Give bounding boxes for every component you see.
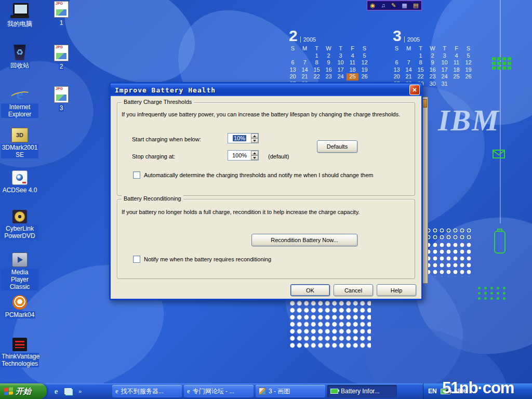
task-button-server-not-found[interactable]: e 找不到服务器... <box>112 385 182 397</box>
notify-reconditioning-label: Notify me when the battery requires reco… <box>144 256 271 262</box>
spin-up-button[interactable] <box>251 134 258 138</box>
desktop-icon-jpg-2[interactable]: JPG 2 <box>43 45 80 70</box>
wallpaper-line <box>500 0 501 223</box>
calendar-day: 1 <box>415 52 427 60</box>
ie-page-icon: e <box>187 387 190 395</box>
auto-determine-label: Automatically determine the charging thr… <box>144 172 373 178</box>
spin-up-button[interactable] <box>251 151 258 155</box>
calendar-empty-cell <box>462 81 474 88</box>
jpg-file-icon: JPG <box>54 45 69 61</box>
dot-grid-right-solid <box>425 242 473 277</box>
language-indicator[interactable]: EN <box>428 388 437 395</box>
calendar-month-header: 3 2005 <box>393 29 474 43</box>
keypad-icon[interactable]: ▦ <box>402 2 407 9</box>
jpg-file-icon: JPG <box>54 1 69 18</box>
stop-threshold-value[interactable]: 100% <box>228 151 251 160</box>
dot-grid-right-hollow <box>425 227 473 242</box>
desktop-icon-jpg-3[interactable]: JPG 3 <box>43 86 80 112</box>
dialog-titlebar[interactable]: Improve Battery Health ✕ <box>111 84 421 96</box>
battery-icon <box>330 389 338 394</box>
calendar-day: 2 <box>323 52 335 60</box>
desktop-icon-label: ACDSee 4.0 <box>2 187 38 194</box>
watermark: 51nb·com <box>442 379 514 397</box>
sound-icon[interactable]: ♫ <box>381 2 385 9</box>
task-button-paint[interactable]: 3 - 画图 <box>256 385 325 397</box>
calendar-day-header: S <box>462 45 474 52</box>
calendar-day: 9 <box>323 59 335 66</box>
desktop-icon-my-computer[interactable]: 我的电脑 <box>1 3 38 28</box>
calendar-day: 6 <box>287 59 299 66</box>
calendar-day-header: T <box>335 45 347 52</box>
task-button-battery-information[interactable]: Battery Infor... <box>327 385 397 397</box>
quick-launch-expand-icon[interactable]: » <box>76 387 84 395</box>
desktop-icon-pcmark[interactable]: PCMark04 <box>1 295 38 318</box>
calendar-day: 10 <box>335 59 347 66</box>
close-button[interactable]: ✕ <box>409 85 420 95</box>
stop-charging-label: Stop charging at: <box>132 153 175 159</box>
windows-flag-icon <box>4 387 13 395</box>
spin-down-button[interactable] <box>251 155 258 160</box>
stop-threshold-spinner[interactable]: 100% <box>228 150 259 161</box>
calendar-day: 26 <box>358 73 370 81</box>
power-icon[interactable]: ◉ <box>370 2 376 9</box>
reconditioning-group: Battery Reconditioning If your battery n… <box>117 199 415 279</box>
battery-icon <box>494 229 506 257</box>
desktop-icon-jpg-1[interactable]: JPG 1 <box>43 1 80 26</box>
task-button-label: 3 - 画图 <box>269 387 290 396</box>
calendar-day: 3 <box>438 52 450 60</box>
pen-icon[interactable]: ✎ <box>391 2 396 9</box>
calendar-empty-cell <box>450 81 462 88</box>
desktop-icon-recycle-bin[interactable]: ♻ 回收站 <box>1 45 38 69</box>
calendar-day: 3 <box>335 52 347 60</box>
calendar-day: 7 <box>403 59 415 66</box>
desktop-icon-3dmark[interactable]: 3D 3DMark2001 SE <box>1 128 38 158</box>
calendar-day: 23 <box>427 73 438 81</box>
keypad-icon <box>492 57 496 60</box>
start-threshold-spinner[interactable]: 10% <box>228 133 259 143</box>
start-threshold-selected-text: 10% <box>233 135 246 141</box>
floating-toolbar[interactable]: ◉ ♫ ✎ ▦ ▤ <box>367 1 422 10</box>
quick-launch-ie-icon[interactable]: e <box>52 387 60 395</box>
calendar-day-header: F <box>450 45 462 52</box>
3dmark-icon: 3D <box>11 128 28 142</box>
calendar-day: 10 <box>438 59 450 66</box>
calendar-day: 24 <box>335 73 347 81</box>
calendar-day: 13 <box>287 66 299 74</box>
desktop-icon-media-player-classic[interactable]: Media Player Classic <box>1 252 38 290</box>
desktop-icon-thinkvantage[interactable]: ThinkVantage Technologies <box>1 338 38 367</box>
help-button[interactable]: Help <box>377 284 416 296</box>
task-button-forum[interactable]: e 专门网论坛 - ... <box>184 385 254 397</box>
media-player-classic-icon <box>12 252 28 267</box>
start-threshold-value[interactable]: 10% <box>228 134 251 143</box>
powerdvd-icon <box>12 210 27 223</box>
ie-page-icon: e <box>115 387 118 395</box>
recondition-battery-button[interactable]: Recondition Battery Now... <box>251 234 357 246</box>
task-button-label: Battery Infor... <box>341 388 380 395</box>
calendar-day: 15 <box>415 66 427 74</box>
spin-down-button[interactable] <box>251 138 258 143</box>
calendar-day: 4 <box>347 52 358 60</box>
calendar-year: 2005 <box>404 36 420 43</box>
start-button[interactable]: 开始 <box>0 383 47 399</box>
calendar-day: 2 <box>427 52 438 60</box>
ok-button[interactable]: OK <box>290 284 330 296</box>
notify-reconditioning-checkbox[interactable] <box>133 256 140 263</box>
jpg-badge: JPG <box>56 2 63 5</box>
desktop-icon-internet-explorer[interactable]: e Internet Explorer <box>1 86 38 118</box>
calendar-day: 16 <box>427 66 438 74</box>
notes-icon[interactable]: ▤ <box>413 2 418 9</box>
dialog-body: Battery Charge Thresholds If you infrequ… <box>111 96 421 299</box>
show-desktop-icon[interactable] <box>64 387 72 395</box>
ibm-logo: IBM <box>438 103 500 138</box>
defaults-button[interactable]: Defaults <box>317 140 357 153</box>
calendar-day: 5 <box>462 52 474 60</box>
desktop-icon-powerdvd[interactable]: CyberLink PowerDVD <box>1 210 38 240</box>
calendar-day: 18 <box>347 66 358 74</box>
my-computer-icon <box>10 3 29 19</box>
auto-determine-checkbox[interactable] <box>133 171 140 179</box>
improve-battery-health-dialog: Improve Battery Health ✕ Battery Charge … <box>109 82 423 300</box>
cancel-button[interactable]: Cancel <box>334 284 373 296</box>
desktop-icon-acdsee[interactable]: ACDSee 4.0 <box>1 170 38 194</box>
calendar-day: 22 <box>311 73 323 81</box>
calendar-month-number: 3 <box>393 29 402 43</box>
